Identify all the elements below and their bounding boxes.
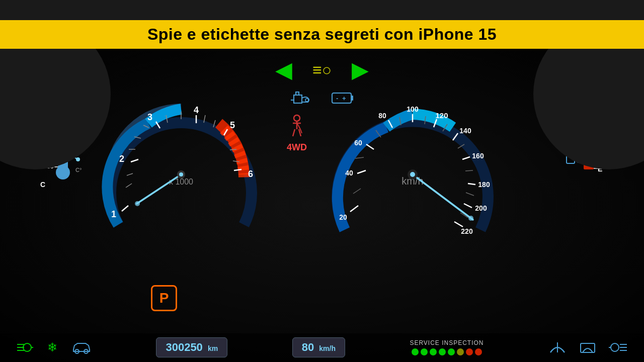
svg-line-67 xyxy=(462,157,470,159)
svg-point-89 xyxy=(468,216,473,221)
service-dot-2 xyxy=(421,348,428,355)
bottom-bar: ❄ 300250 km 80 km/h SERVICE INSPECTION xyxy=(0,333,644,361)
wiper-front-icon xyxy=(548,340,567,354)
left-turn-arrow: ◀ xyxy=(275,59,292,81)
svg-line-76 xyxy=(355,157,364,158)
svg-text:160: 160 xyxy=(472,152,484,160)
service-dot-4 xyxy=(439,348,446,355)
svg-line-83 xyxy=(466,193,474,196)
bottom-left-icons: ❄ xyxy=(15,340,92,354)
speed-display: 80 km/h xyxy=(292,337,345,357)
svg-rect-1 xyxy=(332,93,351,103)
svg-rect-2 xyxy=(351,96,353,101)
curve-right xyxy=(533,49,644,169)
svg-text:5: 5 xyxy=(230,120,235,130)
svg-line-37 xyxy=(126,184,132,188)
dashboard: ◀ ≡○ ▶ - + xyxy=(0,49,644,361)
svg-text:60: 60 xyxy=(354,139,362,147)
service-dot-1 xyxy=(412,348,419,355)
service-label: SERVICE INSPECTION xyxy=(410,339,484,346)
svg-text:C: C xyxy=(40,180,45,189)
odometer-value: 300250 xyxy=(166,341,202,353)
svg-line-49 xyxy=(137,174,181,204)
svg-line-71 xyxy=(464,204,472,208)
headlight-icon: ≡○ xyxy=(312,61,332,79)
svg-line-46 xyxy=(230,149,236,150)
second-indicators: - + xyxy=(290,89,354,107)
svg-text:2: 2 xyxy=(119,154,124,164)
svg-text:3: 3 xyxy=(147,112,152,122)
car-silhouette-icon xyxy=(71,340,92,354)
svg-text:6: 6 xyxy=(248,169,253,179)
odometer-display: 300250 km xyxy=(156,337,227,357)
svg-text:x 1000: x 1000 xyxy=(169,177,193,186)
service-dot-8 xyxy=(475,348,482,355)
svg-point-0 xyxy=(305,99,308,102)
service-section: SERVICE INSPECTION xyxy=(410,339,484,355)
svg-text:20: 20 xyxy=(339,213,347,221)
service-dot-5 xyxy=(448,348,455,355)
svg-line-75 xyxy=(353,189,361,194)
svg-text:220: 220 xyxy=(461,227,473,235)
svg-text:+: + xyxy=(342,95,346,102)
svg-text:200: 200 xyxy=(475,204,487,212)
speed-value: 80 xyxy=(302,341,314,353)
svg-point-109 xyxy=(23,343,31,351)
svg-point-88 xyxy=(410,172,415,177)
svg-text:80: 80 xyxy=(378,112,386,120)
svg-text:4: 4 xyxy=(194,105,199,115)
seatbelt-icon xyxy=(287,114,307,138)
svg-line-38 xyxy=(127,173,133,175)
rpm-gauge: 1 2 3 4 5 6 xyxy=(91,79,272,242)
svg-line-55 xyxy=(357,170,366,173)
top-indicators: ◀ ≡○ ▶ xyxy=(275,59,369,81)
svg-text:C°: C° xyxy=(75,167,82,173)
svg-line-82 xyxy=(465,170,473,171)
wiper-rear-icon xyxy=(579,340,597,354)
right-turn-arrow: ▶ xyxy=(352,59,369,81)
svg-point-118 xyxy=(611,343,619,351)
service-dot-3 xyxy=(430,348,437,355)
svg-point-51 xyxy=(179,172,183,176)
parking-indicator: P xyxy=(151,285,177,311)
bottom-right-icons xyxy=(548,340,629,354)
svg-line-27 xyxy=(131,159,138,162)
svg-point-22 xyxy=(76,157,80,161)
center-icons: 4WD xyxy=(287,114,307,153)
page-title: Spie e etichette senza segreti con iPhon… xyxy=(0,25,644,44)
svg-line-73 xyxy=(454,222,463,227)
rear-light-icon xyxy=(609,340,629,354)
service-dots xyxy=(412,348,482,355)
odometer-unit: km xyxy=(208,344,218,352)
top-bar xyxy=(0,0,644,20)
svg-text:1: 1 xyxy=(111,209,116,219)
fog-light-icon xyxy=(15,340,33,354)
svg-line-69 xyxy=(468,184,475,185)
svg-text:180: 180 xyxy=(478,180,490,189)
svg-point-52 xyxy=(135,201,140,206)
4wd-label: 4WD xyxy=(287,142,307,153)
svg-text:-: - xyxy=(336,95,338,102)
svg-line-57 xyxy=(366,144,374,149)
rpm-gauge-svg: 1 2 3 4 5 6 xyxy=(91,79,272,240)
svg-text:40: 40 xyxy=(345,169,353,177)
svg-text:120: 120 xyxy=(435,111,448,120)
svg-line-86 xyxy=(413,174,473,220)
svg-point-9 xyxy=(294,115,300,121)
parking-box: P xyxy=(151,285,177,311)
svg-text:140: 140 xyxy=(459,127,471,135)
speed-unit: km/h xyxy=(319,344,336,352)
oil-icon xyxy=(290,89,316,107)
svg-line-53 xyxy=(350,206,358,212)
title-banner: Spie e etichette senza segreti con iPhon… xyxy=(0,20,644,49)
svg-text:100: 100 xyxy=(407,105,419,113)
service-dot-6 xyxy=(457,348,464,355)
svg-line-25 xyxy=(122,206,128,211)
snowflake-icon: ❄ xyxy=(47,340,57,354)
battery-icon: - + xyxy=(331,91,354,105)
svg-point-12 xyxy=(56,165,70,179)
service-dot-7 xyxy=(466,348,473,355)
